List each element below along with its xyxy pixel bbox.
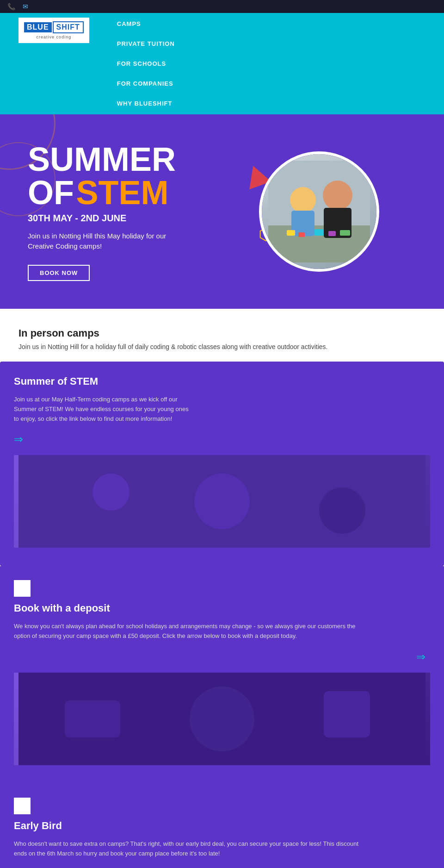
svg-point-12 bbox=[194, 474, 250, 529]
hero-title-of-stem: OF STEM bbox=[28, 176, 222, 209]
card-summer-stem: Summer of STEM Join us at our May Half-T… bbox=[0, 362, 444, 566]
svg-point-16 bbox=[190, 687, 254, 751]
section-title: In person camps bbox=[18, 327, 426, 339]
svg-rect-8 bbox=[314, 229, 324, 236]
card-deposit-arrow[interactable]: ⇒ bbox=[14, 650, 430, 663]
nav-item-for-companies[interactable]: FOR COMPANIES bbox=[117, 80, 175, 87]
hero-title-of: OF bbox=[28, 174, 74, 211]
logo-blue: BLUE bbox=[24, 22, 52, 32]
navigation: BLUE SHIFT creative coding CAMPS PRIVATE… bbox=[0, 13, 444, 114]
deposit-white-box bbox=[14, 580, 31, 597]
hero-dates: 30TH MAY - 2ND JUNE bbox=[28, 213, 222, 224]
card-deposit-text: We know you can't always plan ahead for … bbox=[14, 622, 365, 641]
svg-rect-7 bbox=[298, 232, 305, 237]
hero-title-summer: SUMMER bbox=[28, 143, 222, 176]
nav-item-for-schools[interactable]: FOR SCHOOLS bbox=[117, 60, 175, 67]
early-bird-white-box bbox=[14, 798, 31, 814]
phone-icon: 📞 bbox=[7, 3, 15, 10]
nav-item-private-tuition[interactable]: PRIVATE TUITION bbox=[117, 40, 175, 47]
section-description: Join us in Notting Hill for a holiday fu… bbox=[18, 343, 426, 350]
card-summer-stem-image bbox=[14, 455, 430, 548]
email-icon: ✉ bbox=[23, 3, 28, 10]
card-early-bird: Early Bird Who doesn't want to save extr… bbox=[0, 784, 444, 868]
logo[interactable]: BLUE SHIFT creative coding bbox=[18, 18, 89, 43]
book-now-button[interactable]: BOOK NOW bbox=[28, 265, 90, 281]
card-summer-stem-title: Summer of STEM bbox=[14, 375, 430, 387]
svg-rect-18 bbox=[324, 691, 370, 737]
nav-item-camps[interactable]: CAMPS bbox=[117, 20, 175, 27]
svg-point-4 bbox=[323, 181, 352, 210]
svg-point-2 bbox=[290, 187, 316, 213]
hero-photo-placeholder bbox=[268, 161, 370, 262]
card-deposit-image bbox=[14, 673, 430, 765]
top-bar: 📞 ✉ bbox=[0, 0, 444, 13]
hero-title-stem: STEM bbox=[76, 174, 168, 211]
card-summer-stem-arrow[interactable]: ⇒ bbox=[14, 433, 23, 446]
cards-container: Summer of STEM Join us at our May Half-T… bbox=[0, 362, 444, 868]
card-deposit: Book with a deposit We know you can't al… bbox=[0, 566, 444, 784]
nav-menu: CAMPS PRIVATE TUITION FOR SCHOOLS FOR CO… bbox=[89, 13, 175, 114]
logo-shift: SHIFT bbox=[53, 21, 84, 33]
logo-sub: creative coding bbox=[37, 35, 72, 39]
svg-rect-10 bbox=[340, 230, 350, 236]
svg-rect-17 bbox=[65, 700, 120, 737]
card-deposit-title: Book with a deposit bbox=[14, 602, 430, 614]
card-early-bird-text: Who doesn't want to save extra on camps?… bbox=[14, 839, 365, 859]
card-summer-stem-text: Join us at our May Half-Term coding camp… bbox=[14, 395, 190, 424]
hero-text: SUMMER OF STEM 30TH MAY - 2ND JUNE Join … bbox=[28, 143, 222, 281]
main-content: In person camps Join us in Notting Hill … bbox=[0, 309, 444, 350]
svg-point-13 bbox=[92, 474, 130, 511]
nav-item-why-blueshift[interactable]: WHY BLUESHIFT bbox=[117, 100, 175, 107]
logo-text: BLUE SHIFT bbox=[24, 21, 84, 33]
hero-image-area: ⬡ ◇ bbox=[222, 151, 416, 272]
hero-description: Join us in Notting Hill this May holiday… bbox=[28, 231, 176, 252]
svg-rect-9 bbox=[328, 231, 336, 236]
svg-point-14 bbox=[319, 487, 365, 534]
hero-image-circle bbox=[259, 151, 379, 272]
svg-rect-6 bbox=[287, 230, 295, 236]
hero-section: SUMMER OF STEM 30TH MAY - 2ND JUNE Join … bbox=[0, 114, 444, 309]
card-early-bird-title: Early Bird bbox=[14, 820, 430, 832]
